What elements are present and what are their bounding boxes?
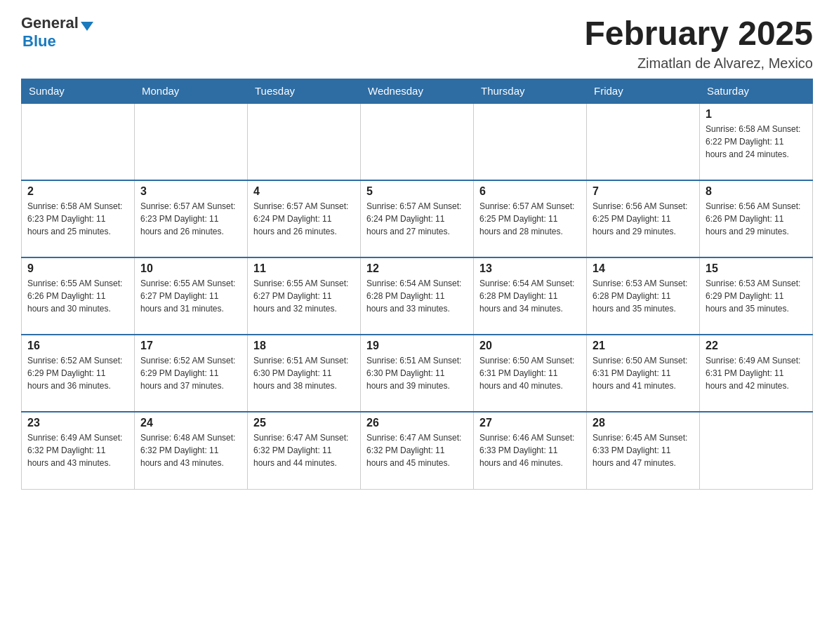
day-number: 21 xyxy=(593,340,694,352)
day-info: Sunrise: 6:58 AM Sunset: 6:22 PM Dayligh… xyxy=(706,123,807,161)
day-number: 14 xyxy=(593,262,694,275)
calendar-cell: 25Sunrise: 6:47 AM Sunset: 6:32 PM Dayli… xyxy=(248,412,361,489)
day-info: Sunrise: 6:51 AM Sunset: 6:30 PM Dayligh… xyxy=(253,354,355,392)
day-info: Sunrise: 6:52 AM Sunset: 6:29 PM Dayligh… xyxy=(27,354,128,392)
calendar-cell: 24Sunrise: 6:48 AM Sunset: 6:32 PM Dayli… xyxy=(135,412,248,489)
logo-general-text: General xyxy=(21,14,79,32)
calendar-week-row: 9Sunrise: 6:55 AM Sunset: 6:26 PM Daylig… xyxy=(22,257,813,335)
day-info: Sunrise: 6:49 AM Sunset: 6:31 PM Dayligh… xyxy=(706,354,807,392)
weekday-header-row: SundayMondayTuesdayWednesdayThursdayFrid… xyxy=(22,79,813,104)
calendar-week-row: 23Sunrise: 6:49 AM Sunset: 6:32 PM Dayli… xyxy=(22,412,813,489)
day-number: 9 xyxy=(27,262,128,275)
calendar-cell: 5Sunrise: 6:57 AM Sunset: 6:24 PM Daylig… xyxy=(361,180,474,257)
calendar-week-row: 16Sunrise: 6:52 AM Sunset: 6:29 PM Dayli… xyxy=(22,335,813,412)
calendar-cell: 6Sunrise: 6:57 AM Sunset: 6:25 PM Daylig… xyxy=(474,180,587,257)
calendar-cell: 12Sunrise: 6:54 AM Sunset: 6:28 PM Dayli… xyxy=(361,257,474,335)
day-info: Sunrise: 6:57 AM Sunset: 6:23 PM Dayligh… xyxy=(140,200,241,238)
weekday-header-saturday: Saturday xyxy=(700,79,813,104)
logo-arrow-icon xyxy=(81,22,93,31)
day-info: Sunrise: 6:53 AM Sunset: 6:29 PM Dayligh… xyxy=(706,277,807,315)
day-number: 26 xyxy=(366,417,468,429)
day-number: 12 xyxy=(366,262,468,275)
calendar-cell: 2Sunrise: 6:58 AM Sunset: 6:23 PM Daylig… xyxy=(22,180,135,257)
calendar-cell: 13Sunrise: 6:54 AM Sunset: 6:28 PM Dayli… xyxy=(474,257,587,335)
day-info: Sunrise: 6:54 AM Sunset: 6:28 PM Dayligh… xyxy=(366,277,468,315)
weekday-header-thursday: Thursday xyxy=(474,79,587,104)
day-info: Sunrise: 6:49 AM Sunset: 6:32 PM Dayligh… xyxy=(27,431,128,469)
day-number: 15 xyxy=(706,262,807,275)
calendar-cell: 22Sunrise: 6:49 AM Sunset: 6:31 PM Dayli… xyxy=(700,335,813,412)
weekday-header-friday: Friday xyxy=(587,79,700,104)
day-number: 3 xyxy=(140,185,241,198)
calendar-cell xyxy=(248,103,361,180)
calendar-cell: 18Sunrise: 6:51 AM Sunset: 6:30 PM Dayli… xyxy=(248,335,361,412)
day-number: 22 xyxy=(706,340,807,352)
weekday-header-sunday: Sunday xyxy=(22,79,135,104)
day-number: 25 xyxy=(253,417,355,429)
day-info: Sunrise: 6:57 AM Sunset: 6:24 PM Dayligh… xyxy=(253,200,355,238)
calendar-cell: 7Sunrise: 6:56 AM Sunset: 6:25 PM Daylig… xyxy=(587,180,700,257)
day-number: 20 xyxy=(479,340,581,352)
day-info: Sunrise: 6:50 AM Sunset: 6:31 PM Dayligh… xyxy=(479,354,581,392)
day-info: Sunrise: 6:57 AM Sunset: 6:25 PM Dayligh… xyxy=(479,200,581,238)
calendar-cell: 16Sunrise: 6:52 AM Sunset: 6:29 PM Dayli… xyxy=(22,335,135,412)
day-info: Sunrise: 6:53 AM Sunset: 6:28 PM Dayligh… xyxy=(593,277,694,315)
day-info: Sunrise: 6:55 AM Sunset: 6:26 PM Dayligh… xyxy=(27,277,128,315)
day-number: 16 xyxy=(27,340,128,352)
day-number: 19 xyxy=(366,340,468,352)
day-number: 7 xyxy=(593,185,694,198)
day-number: 24 xyxy=(140,417,241,429)
calendar-cell xyxy=(22,103,135,180)
calendar-title: February 2025 xyxy=(584,14,813,53)
day-number: 23 xyxy=(27,417,128,429)
calendar-cell: 17Sunrise: 6:52 AM Sunset: 6:29 PM Dayli… xyxy=(135,335,248,412)
day-number: 10 xyxy=(140,262,241,275)
weekday-header-tuesday: Tuesday xyxy=(248,79,361,104)
day-number: 1 xyxy=(706,108,807,121)
calendar-cell: 21Sunrise: 6:50 AM Sunset: 6:31 PM Dayli… xyxy=(587,335,700,412)
calendar-cell: 14Sunrise: 6:53 AM Sunset: 6:28 PM Dayli… xyxy=(587,257,700,335)
day-info: Sunrise: 6:52 AM Sunset: 6:29 PM Dayligh… xyxy=(140,354,241,392)
logo-blue-text: Blue xyxy=(22,32,56,51)
day-info: Sunrise: 6:46 AM Sunset: 6:33 PM Dayligh… xyxy=(479,431,581,469)
calendar-week-row: 1Sunrise: 6:58 AM Sunset: 6:22 PM Daylig… xyxy=(22,103,813,180)
weekday-header-monday: Monday xyxy=(135,79,248,104)
calendar-cell: 23Sunrise: 6:49 AM Sunset: 6:32 PM Dayli… xyxy=(22,412,135,489)
calendar-cell: 1Sunrise: 6:58 AM Sunset: 6:22 PM Daylig… xyxy=(700,103,813,180)
day-number: 28 xyxy=(593,417,694,429)
calendar-cell: 4Sunrise: 6:57 AM Sunset: 6:24 PM Daylig… xyxy=(248,180,361,257)
calendar-cell: 10Sunrise: 6:55 AM Sunset: 6:27 PM Dayli… xyxy=(135,257,248,335)
calendar-cell: 11Sunrise: 6:55 AM Sunset: 6:27 PM Dayli… xyxy=(248,257,361,335)
day-info: Sunrise: 6:48 AM Sunset: 6:32 PM Dayligh… xyxy=(140,431,241,469)
day-number: 11 xyxy=(253,262,355,275)
day-number: 27 xyxy=(479,417,581,429)
day-info: Sunrise: 6:54 AM Sunset: 6:28 PM Dayligh… xyxy=(479,277,581,315)
day-info: Sunrise: 6:50 AM Sunset: 6:31 PM Dayligh… xyxy=(593,354,694,392)
day-info: Sunrise: 6:47 AM Sunset: 6:32 PM Dayligh… xyxy=(253,431,355,469)
calendar-cell xyxy=(587,103,700,180)
day-info: Sunrise: 6:47 AM Sunset: 6:32 PM Dayligh… xyxy=(366,431,468,469)
calendar-cell: 15Sunrise: 6:53 AM Sunset: 6:29 PM Dayli… xyxy=(700,257,813,335)
day-info: Sunrise: 6:57 AM Sunset: 6:24 PM Dayligh… xyxy=(366,200,468,238)
day-info: Sunrise: 6:45 AM Sunset: 6:33 PM Dayligh… xyxy=(593,431,694,469)
day-number: 5 xyxy=(366,185,468,198)
calendar-cell xyxy=(135,103,248,180)
calendar-cell xyxy=(361,103,474,180)
day-number: 4 xyxy=(253,185,355,198)
page-header: General Blue February 2025 Zimatlan de A… xyxy=(21,14,813,72)
location-subtitle: Zimatlan de Alvarez, Mexico xyxy=(584,55,813,72)
calendar-cell xyxy=(474,103,587,180)
calendar-cell: 8Sunrise: 6:56 AM Sunset: 6:26 PM Daylig… xyxy=(700,180,813,257)
day-info: Sunrise: 6:55 AM Sunset: 6:27 PM Dayligh… xyxy=(253,277,355,315)
calendar-week-row: 2Sunrise: 6:58 AM Sunset: 6:23 PM Daylig… xyxy=(22,180,813,257)
calendar-cell: 27Sunrise: 6:46 AM Sunset: 6:33 PM Dayli… xyxy=(474,412,587,489)
day-number: 8 xyxy=(706,185,807,198)
day-number: 13 xyxy=(479,262,581,275)
calendar-cell xyxy=(700,412,813,489)
calendar-cell: 9Sunrise: 6:55 AM Sunset: 6:26 PM Daylig… xyxy=(22,257,135,335)
logo: General Blue xyxy=(21,14,93,51)
day-info: Sunrise: 6:55 AM Sunset: 6:27 PM Dayligh… xyxy=(140,277,241,315)
weekday-header-wednesday: Wednesday xyxy=(361,79,474,104)
calendar-cell: 20Sunrise: 6:50 AM Sunset: 6:31 PM Dayli… xyxy=(474,335,587,412)
calendar-cell: 26Sunrise: 6:47 AM Sunset: 6:32 PM Dayli… xyxy=(361,412,474,489)
